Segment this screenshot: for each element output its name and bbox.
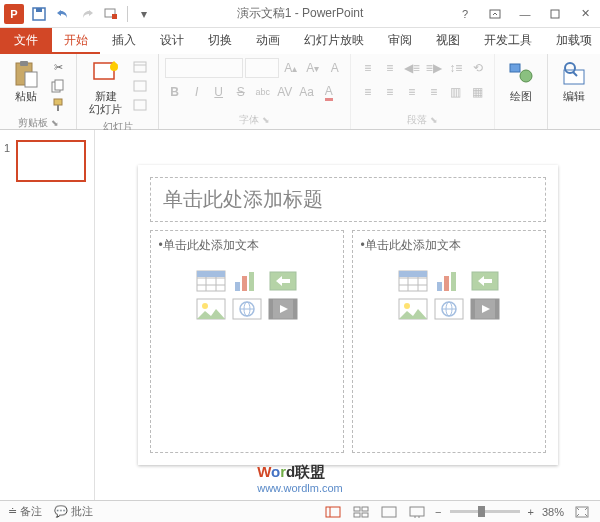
reading-view-icon[interactable] xyxy=(379,504,399,520)
ribbon-display-icon[interactable] xyxy=(480,3,510,25)
online-picture-icon[interactable] xyxy=(434,298,464,320)
svg-rect-68 xyxy=(382,507,396,517)
align-left-icon[interactable]: ≡ xyxy=(358,82,378,102)
smartart-icon[interactable] xyxy=(268,270,298,292)
section-icon[interactable] xyxy=(130,96,150,114)
video-icon[interactable] xyxy=(470,298,500,320)
tab-addins[interactable]: 加载项 xyxy=(544,27,600,54)
justify-icon[interactable]: ≡ xyxy=(424,82,444,102)
editing-button[interactable]: 编辑 xyxy=(556,58,592,105)
new-slide-button[interactable]: 新建 幻灯片 xyxy=(85,58,126,118)
layout-icon[interactable] xyxy=(130,58,150,76)
tab-insert[interactable]: 插入 xyxy=(100,27,148,54)
format-painter-icon[interactable] xyxy=(48,96,68,114)
smartart-icon[interactable]: ▦ xyxy=(468,82,488,102)
cut-icon[interactable]: ✂ xyxy=(48,58,68,76)
strike-button[interactable]: S xyxy=(231,82,251,102)
copy-icon[interactable] xyxy=(48,77,68,95)
underline-button[interactable]: U xyxy=(209,82,229,102)
change-case-icon[interactable]: Aa xyxy=(297,82,317,102)
slide-thumbnail-1[interactable]: 1 xyxy=(16,140,86,182)
drawing-button[interactable]: 绘图 xyxy=(503,58,539,105)
numbering-icon[interactable]: ≡ xyxy=(380,58,400,78)
tab-animations[interactable]: 动画 xyxy=(244,27,292,54)
clear-format-icon[interactable]: A xyxy=(325,58,345,78)
svg-rect-67 xyxy=(362,513,368,517)
align-center-icon[interactable]: ≡ xyxy=(380,82,400,102)
decrease-indent-icon[interactable]: ◀≡ xyxy=(402,58,422,78)
font-launcher-icon[interactable]: ⬊ xyxy=(262,115,270,125)
decrease-font-icon[interactable]: A▾ xyxy=(303,58,323,78)
align-right-icon[interactable]: ≡ xyxy=(402,82,422,102)
tab-developer[interactable]: 开发工具 xyxy=(472,27,544,54)
help-icon[interactable]: ? xyxy=(450,3,480,25)
comments-button[interactable]: 💬 批注 xyxy=(54,504,93,519)
title-placeholder[interactable]: 单击此处添加标题 xyxy=(150,177,546,222)
fit-window-icon[interactable] xyxy=(572,504,592,520)
paste-button[interactable]: 粘贴 xyxy=(8,58,44,105)
normal-view-icon[interactable] xyxy=(323,504,343,520)
svg-rect-41 xyxy=(269,299,273,319)
columns-icon[interactable]: ▥ xyxy=(446,82,466,102)
chart-icon[interactable] xyxy=(232,270,262,292)
char-spacing-icon[interactable]: AV xyxy=(275,82,295,102)
content-placeholder-left[interactable]: •单击此处添加文本 xyxy=(150,230,344,453)
zoom-slider[interactable] xyxy=(450,510,520,513)
tab-home[interactable]: 开始 xyxy=(52,27,100,54)
zoom-level[interactable]: 38% xyxy=(542,506,564,518)
increase-font-icon[interactable]: A▴ xyxy=(281,58,301,78)
content-placeholder-text: •单击此处添加文本 xyxy=(159,237,335,254)
clipboard-launcher-icon[interactable]: ⬊ xyxy=(51,118,59,128)
chart-icon[interactable] xyxy=(434,270,464,292)
font-family-select[interactable] xyxy=(165,58,243,78)
new-slide-label: 新建 幻灯片 xyxy=(89,90,122,116)
content-placeholder-right[interactable]: •单击此处添加文本 xyxy=(352,230,546,453)
tab-transitions[interactable]: 切换 xyxy=(196,27,244,54)
tab-design[interactable]: 设计 xyxy=(148,27,196,54)
text-direction-icon[interactable]: ⟲ xyxy=(468,58,488,78)
save-icon[interactable] xyxy=(28,3,50,25)
svg-rect-51 xyxy=(451,272,456,291)
start-from-beginning-icon[interactable] xyxy=(100,3,122,25)
tab-file[interactable]: 文件 xyxy=(0,27,52,54)
zoom-in-icon[interactable]: + xyxy=(528,506,534,518)
tab-slideshow[interactable]: 幻灯片放映 xyxy=(292,27,376,54)
paragraph-launcher-icon[interactable]: ⬊ xyxy=(430,115,438,125)
redo-icon[interactable] xyxy=(76,3,98,25)
online-picture-icon[interactable] xyxy=(232,298,262,320)
sorter-view-icon[interactable] xyxy=(351,504,371,520)
font-color-icon[interactable]: A xyxy=(319,82,339,102)
svg-rect-60 xyxy=(471,299,475,319)
close-icon[interactable]: ✕ xyxy=(570,3,600,25)
shadow-button[interactable]: abc xyxy=(253,82,273,102)
svg-rect-62 xyxy=(326,507,340,517)
customize-qat-icon[interactable]: ▾ xyxy=(133,3,155,25)
picture-icon[interactable] xyxy=(398,298,428,320)
reset-icon[interactable] xyxy=(130,77,150,95)
line-spacing-icon[interactable]: ↕≡ xyxy=(446,58,466,78)
zoom-out-icon[interactable]: − xyxy=(435,506,441,518)
italic-button[interactable]: I xyxy=(187,82,207,102)
tab-view[interactable]: 视图 xyxy=(424,27,472,54)
font-label: 字体 xyxy=(239,113,259,127)
smartart-icon[interactable] xyxy=(470,270,500,292)
svg-rect-31 xyxy=(242,276,247,291)
slideshow-view-icon[interactable] xyxy=(407,504,427,520)
minimize-icon[interactable]: — xyxy=(510,3,540,25)
picture-icon[interactable] xyxy=(196,298,226,320)
maximize-icon[interactable] xyxy=(540,3,570,25)
table-icon[interactable] xyxy=(196,270,226,292)
video-icon[interactable] xyxy=(268,298,298,320)
undo-icon[interactable] xyxy=(52,3,74,25)
slide[interactable]: 单击此处添加标题 •单击此处添加文本 •单击此处添加文本 xyxy=(138,165,558,465)
font-size-select[interactable] xyxy=(245,58,279,78)
tab-review[interactable]: 审阅 xyxy=(376,27,424,54)
ribbon-tabs: 文件 开始 插入 设计 切换 动画 幻灯片放映 审阅 视图 开发工具 加载项 胡… xyxy=(0,28,600,54)
table-icon[interactable] xyxy=(398,270,428,292)
svg-rect-8 xyxy=(25,72,37,87)
notes-button[interactable]: ≐ 备注 xyxy=(8,504,42,519)
bold-button[interactable]: B xyxy=(165,82,185,102)
svg-rect-19 xyxy=(510,64,520,72)
bullets-icon[interactable]: ≡ xyxy=(358,58,378,78)
increase-indent-icon[interactable]: ≡▶ xyxy=(424,58,444,78)
